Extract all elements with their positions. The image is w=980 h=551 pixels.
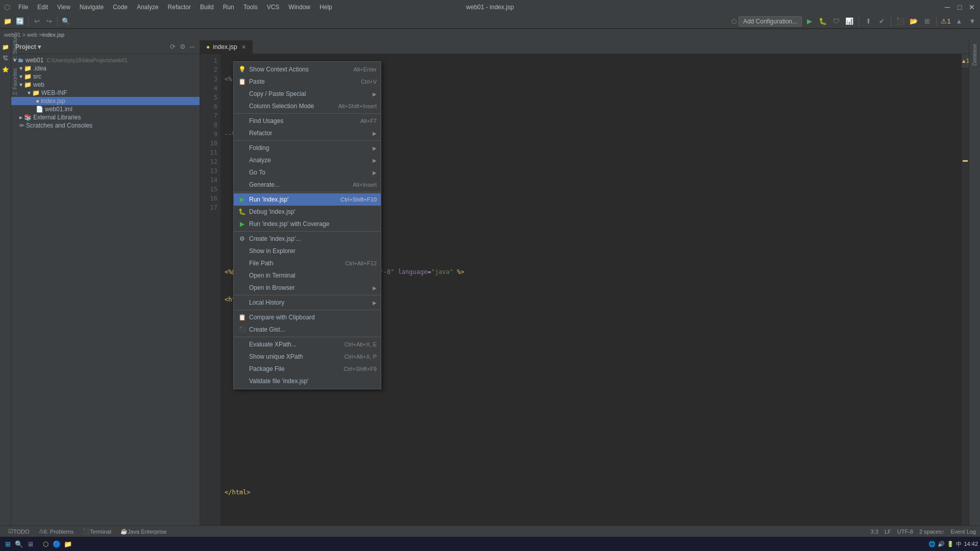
java-enterprise-tab[interactable]: ☕ Java Enterprise (116, 526, 170, 537)
toolbar-terminal-btn[interactable]: ⬛ (895, 16, 906, 27)
panel-config-icon[interactable]: ⚙ (179, 42, 187, 52)
scrollbar-right[interactable]: ▲1 (962, 54, 969, 528)
todo-tab[interactable]: ☑ TODO (4, 526, 34, 537)
menu-run[interactable]: Run (219, 3, 238, 12)
cm-eval-xpath[interactable]: Evaluate XPath... Ctrl+Alt+X, E (234, 338, 381, 350)
tab-index-jsp[interactable]: ● index.jsp ✕ (200, 40, 253, 54)
taskbar-explorer[interactable]: 📁 (62, 538, 74, 549)
cm-item-left: Local History (238, 298, 284, 307)
left-icon-structure[interactable]: 🏗 (1, 53, 11, 63)
right-icon-database[interactable]: Database (971, 42, 978, 68)
search-button[interactable]: 🔍 (13, 538, 24, 549)
toolbar-up-btn[interactable]: ▲ (953, 16, 965, 27)
cm-compare-clipboard[interactable]: 📋 Compare with Clipboard (234, 311, 381, 323)
menu-navigate[interactable]: Navigate (76, 3, 108, 12)
tree-item-web[interactable]: ▾ 📁 web (11, 81, 200, 89)
terminal-tab[interactable]: ⬛ Terminal (79, 526, 115, 537)
cm-validate-file[interactable]: Validate file 'index.jsp' (234, 375, 381, 387)
debug-button[interactable]: 🐛 (817, 16, 828, 27)
cm-create-index[interactable]: ⚙ Create 'index.jsp'... (234, 233, 381, 245)
cm-open-browser[interactable]: Open in Browser ▶ (234, 282, 381, 294)
cm-open-terminal[interactable]: Open in Terminal (234, 269, 381, 282)
toolbar-git-update[interactable]: ⬆ (863, 16, 874, 27)
left-icon-favorites[interactable]: ⭐ (1, 64, 11, 74)
menu-window[interactable]: Window (284, 3, 314, 12)
tree-item-web01[interactable]: ▾ 🖿 web01 C:\Users\ysy18\IdeaProjects\we… (11, 56, 200, 64)
cm-label: Copy / Paste Special (249, 90, 306, 97)
menu-build[interactable]: Build (196, 3, 218, 12)
tree-item-ext-libs[interactable]: ▸ 📚 External Libraries (11, 113, 200, 121)
tree-item-web01-iml[interactable]: 📄 web01.iml (11, 105, 200, 113)
cm-run-index[interactable]: ▶ Run 'index.jsp' Ctrl+Shift+F10 (234, 193, 381, 206)
menu-edit[interactable]: Edit (33, 3, 52, 12)
panel-minimize-icon[interactable]: ─ (189, 42, 195, 52)
menu-vcs[interactable]: VCS (263, 3, 284, 12)
toolbar-search-btn[interactable]: 🔍 (60, 16, 71, 27)
cm-item-left: 💡 Show Context Actions (238, 65, 309, 73)
cm-debug-index[interactable]: 🐛 Debug 'index.jsp' (234, 206, 381, 218)
panel-sync-icon[interactable]: ⟳ (169, 42, 177, 52)
tab-close-icon[interactable]: ✕ (241, 44, 246, 51)
cm-show-context-actions[interactable]: 💡 Show Context Actions Alt+Enter (234, 63, 381, 76)
cm-refactor[interactable]: Refactor ▶ (234, 127, 381, 139)
toolbar-project-btn[interactable]: 📁 (2, 16, 13, 27)
cm-generate[interactable]: Generate... Alt+Insert (234, 179, 381, 191)
run-config-dropdown[interactable]: Add Configuration... (739, 16, 802, 27)
cm-copy-paste-special[interactable]: Copy / Paste Special ▶ (234, 88, 381, 100)
cm-run-coverage[interactable]: ▶ Run 'index.jsp' with Coverage (234, 218, 381, 230)
cm-create-gist[interactable]: ⚫ Create Gist... (234, 323, 381, 336)
maximize-button[interactable]: □ (955, 3, 964, 11)
toolbar-explore-btn[interactable]: 📂 (908, 16, 919, 27)
run-button[interactable]: ▶ (804, 16, 815, 27)
warning-btn[interactable]: ⚠ 1 (940, 16, 951, 27)
tree-item-src[interactable]: ▾ 📁 src (11, 72, 200, 81)
cm-column-selection[interactable]: Column Selection Mode Alt+Shift+Insert (234, 100, 381, 112)
encoding: UTF-8 (897, 529, 913, 535)
menu-analyze[interactable]: Analyze (133, 3, 163, 12)
cm-folding[interactable]: Folding ▶ (234, 142, 381, 154)
tree-item-scratches[interactable]: ✏ Scratches and Consoles (11, 121, 200, 130)
tree-item-webinf[interactable]: ▾ 📁 WEB-INF (11, 89, 200, 97)
toolbar-sync-btn[interactable]: 🔄 (14, 16, 26, 27)
windows-start-button[interactable]: ⊞ (2, 538, 13, 549)
menu-tools[interactable]: Tools (239, 3, 262, 12)
create-icon: ⚙ (238, 235, 246, 243)
toolbar-down-btn[interactable]: ▼ (967, 16, 978, 27)
left-tool-icons: 📁 🏗 ⭐ (0, 40, 11, 537)
cm-paste[interactable]: 📋 Paste Ctrl+V (234, 76, 381, 88)
tree-item-idea[interactable]: ▾ 📁 .idea (11, 64, 200, 72)
toolbar-redo-btn[interactable]: ↪ (43, 16, 55, 27)
cm-local-history[interactable]: Local History ▶ (234, 296, 381, 309)
problems-tab[interactable]: ⚠ 6: Problems (35, 526, 78, 537)
cm-file-path[interactable]: File Path Ctrl+Alt+F12 (234, 257, 381, 269)
cm-shortcut: Ctrl+Shift+F9 (344, 366, 377, 372)
minimize-button[interactable]: ─ (943, 3, 951, 11)
event-log-label[interactable]: Event Log (950, 529, 976, 535)
task-view-button[interactable]: 🖥 (24, 538, 36, 549)
menu-view[interactable]: View (53, 3, 75, 12)
menu-file[interactable]: File (14, 3, 32, 12)
profile-button[interactable]: 📊 (844, 16, 855, 27)
toolbar-undo-btn[interactable]: ↩ (31, 16, 42, 27)
taskbar-chrome[interactable]: 🔵 (51, 538, 62, 549)
tree-item-index-jsp[interactable]: ● index.jsp (11, 97, 200, 105)
toolbar-layout-btn[interactable]: ⊞ (921, 16, 933, 27)
cm-analyze[interactable]: Analyze ▶ (234, 154, 381, 166)
cm-package-file[interactable]: Package File Ctrl+Shift+F9 (234, 363, 381, 375)
close-button[interactable]: ✕ (968, 3, 976, 11)
structure-label[interactable]: 2: Structure (11, 30, 19, 64)
cm-show-unique-xpath[interactable]: Show unique XPath Ctrl+Alt+X, P (234, 350, 381, 363)
left-icon-project[interactable]: 📁 (1, 42, 11, 52)
menu-code[interactable]: Code (109, 3, 132, 12)
coverage-button[interactable]: 🛡 (830, 16, 842, 27)
cm-no-icon (238, 181, 246, 189)
toolbar-git-commit[interactable]: ✔ (876, 16, 887, 27)
cm-show-explorer[interactable]: Show in Explorer (234, 245, 381, 257)
cm-find-usages[interactable]: Find Usages Alt+F7 (234, 115, 381, 127)
favorites-label[interactable]: 2: Favorites (11, 64, 19, 99)
taskbar-intellij[interactable]: ⬡ (40, 538, 51, 549)
cm-goto[interactable]: Go To ▶ (234, 166, 381, 179)
menu-help[interactable]: Help (315, 3, 336, 12)
menu-refactor[interactable]: Refactor (164, 3, 195, 12)
cm-shortcut: Ctrl+V (361, 79, 377, 85)
